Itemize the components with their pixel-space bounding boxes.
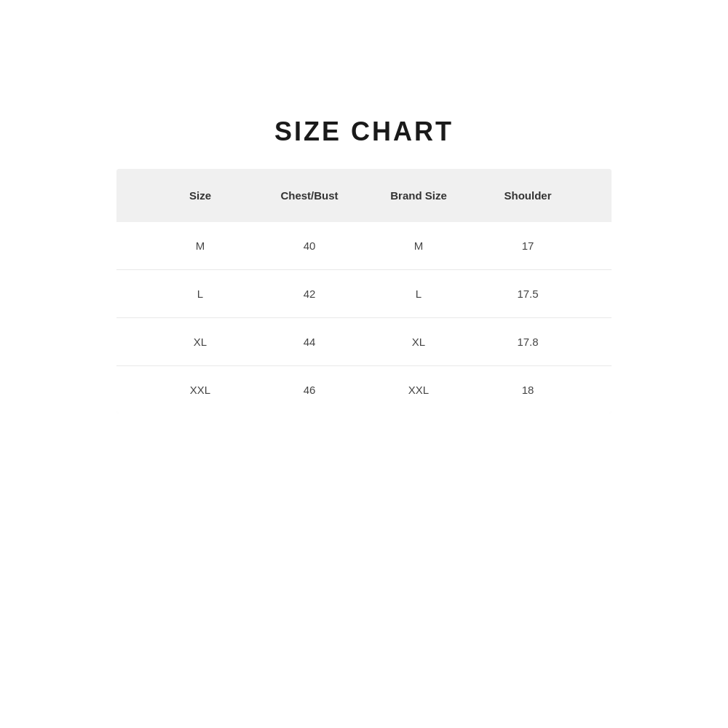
cell-size-l: L [146, 288, 255, 300]
cell-shoulder-l: 17.5 [473, 288, 582, 300]
page-title: SIZE CHART [274, 116, 454, 147]
cell-shoulder-xl: 17.8 [473, 336, 582, 348]
cell-size-m: M [146, 240, 255, 252]
col-header-size: Size [146, 189, 255, 202]
cell-shoulder-m: 17 [473, 240, 582, 252]
table-body: M 40 M 17 L 42 L 17.5 XL 44 XL 17.8 XXL … [116, 222, 612, 414]
table-header: Size Chest/Bust Brand Size Shoulder [116, 169, 612, 222]
cell-size-xxl: XXL [146, 384, 255, 396]
size-chart-table: Size Chest/Bust Brand Size Shoulder M 40… [116, 169, 612, 414]
table-row: XXL 46 XXL 18 [116, 366, 612, 414]
table-row: XL 44 XL 17.8 [116, 318, 612, 366]
cell-brand-xl: XL [364, 336, 473, 348]
table-row: L 42 L 17.5 [116, 270, 612, 318]
col-header-brand: Brand Size [364, 189, 473, 202]
col-header-shoulder: Shoulder [473, 189, 582, 202]
cell-brand-l: L [364, 288, 473, 300]
cell-size-xl: XL [146, 336, 255, 348]
cell-brand-m: M [364, 240, 473, 252]
cell-chest-xxl: 46 [255, 384, 364, 396]
cell-shoulder-xxl: 18 [473, 384, 582, 396]
cell-brand-xxl: XXL [364, 384, 473, 396]
col-header-chest: Chest/Bust [255, 189, 364, 202]
cell-chest-m: 40 [255, 240, 364, 252]
table-row: M 40 M 17 [116, 222, 612, 270]
cell-chest-l: 42 [255, 288, 364, 300]
cell-chest-xl: 44 [255, 336, 364, 348]
